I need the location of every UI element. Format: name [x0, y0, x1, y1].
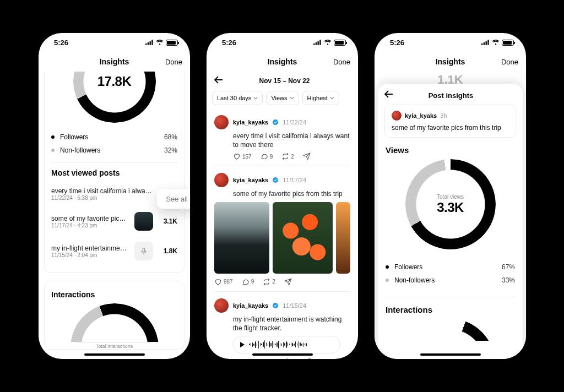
interactions-heading: Interactions — [51, 290, 177, 299]
heart-icon — [214, 278, 222, 286]
cellular-icon — [481, 40, 490, 45]
svg-rect-0 — [145, 43, 147, 45]
feed-item[interactable]: kyia_kayaks 11/17/24 some of my favorite… — [207, 168, 358, 288]
views-heading: Views — [386, 145, 515, 155]
cellular-icon — [313, 40, 322, 45]
photo-thumb[interactable] — [273, 202, 333, 274]
comment-icon — [261, 153, 268, 160]
page-title: Insights — [436, 57, 465, 66]
filter-chip-sort[interactable]: Highest — [302, 91, 339, 105]
repost-icon — [263, 278, 270, 286]
wifi-icon — [492, 40, 500, 45]
page-title: Insights — [268, 57, 297, 66]
username[interactable]: kyia_kayaks — [233, 119, 268, 126]
filter-chip-period[interactable]: Last 30 days — [212, 91, 263, 105]
like-button[interactable]: 157 — [233, 153, 252, 160]
waveform-icon — [249, 340, 307, 350]
chevron-down-icon — [253, 96, 258, 100]
phone-post-insights: 5:26 Insights Done 1.1K Post insights ky… — [375, 33, 526, 359]
home-indicator — [420, 353, 481, 356]
nav-bar: Insights Done — [207, 52, 358, 72]
comment-icon — [261, 358, 268, 359]
phone-posts-list: 5:26 Insights Done Nov 15 – Nov 22 Last … — [207, 33, 358, 359]
photo-thumb[interactable] — [214, 202, 269, 274]
legend-nonfollowers: Non-followers 33% — [386, 274, 515, 287]
comment-button[interactable]: 9 — [261, 153, 273, 160]
status-bar: 5:26 — [39, 33, 190, 52]
avatar — [392, 111, 402, 121]
verified-badge-icon — [273, 119, 278, 125]
legend-nonfollowers: Non-followers 32% — [51, 144, 177, 157]
photo-thumb[interactable] — [336, 202, 350, 274]
svg-rect-7 — [318, 41, 319, 45]
username[interactable]: kyia_kayaks — [233, 177, 268, 183]
svg-rect-3 — [151, 40, 153, 45]
svg-rect-6 — [316, 42, 317, 45]
interactions-card: Interactions Total interactions — [44, 281, 185, 350]
feed-item[interactable]: kyia_kayaks 11/22/24 every time i visit … — [207, 111, 358, 164]
clock: 5:26 — [54, 39, 68, 47]
legend-followers: Followers 67% — [386, 260, 515, 274]
avatar[interactable] — [214, 173, 229, 187]
username: kyia_kyaks — [405, 112, 437, 119]
mv-row[interactable]: some of my favorite pics from… 11/17/24 … — [51, 206, 177, 236]
status-bar: 5:26 — [375, 33, 526, 52]
battery-icon — [334, 40, 346, 46]
svg-rect-15 — [486, 41, 487, 45]
microphone-icon — [134, 242, 153, 260]
repost-icon — [281, 358, 289, 359]
chevron-down-icon — [330, 96, 334, 100]
legend-followers: Followers 68% — [51, 130, 177, 144]
send-icon — [284, 278, 292, 286]
post-insights-sheet: Post insights kyia_kyaks 3h some of my f… — [378, 84, 523, 359]
comment-button[interactable]: 9 — [242, 278, 254, 286]
like-button[interactable]: 157 — [233, 358, 252, 359]
comment-button[interactable]: 9 — [261, 358, 273, 359]
audio-player[interactable] — [233, 336, 340, 353]
repost-button[interactable]: 2 — [281, 358, 294, 359]
comment-icon — [242, 278, 250, 286]
svg-rect-2 — [150, 41, 151, 45]
share-button[interactable] — [284, 278, 292, 286]
home-indicator — [84, 353, 145, 356]
see-all-button[interactable]: See all — [157, 189, 190, 209]
avatar[interactable] — [214, 115, 229, 129]
share-button[interactable] — [303, 358, 311, 359]
heart-icon — [233, 358, 241, 359]
avatar[interactable] — [214, 298, 229, 313]
play-icon[interactable] — [240, 342, 245, 347]
like-button[interactable]: 987 — [214, 278, 233, 286]
svg-rect-13 — [481, 43, 482, 45]
repost-button[interactable]: 2 — [281, 153, 294, 160]
battery-icon — [166, 40, 178, 46]
wifi-icon — [156, 40, 164, 45]
interactions-heading: Interactions — [386, 305, 515, 314]
username[interactable]: kyia_kayaks — [233, 302, 268, 309]
share-button[interactable] — [303, 153, 311, 160]
filter-chip-metric[interactable]: Views — [266, 91, 299, 105]
svg-rect-1 — [148, 42, 149, 45]
wifi-icon — [324, 40, 332, 45]
page-title: Insights — [100, 57, 129, 66]
feed-item[interactable]: kyia_kayaks 11/15/24 my in-flight entert… — [207, 294, 358, 359]
done-button[interactable]: Done — [501, 58, 518, 66]
cellular-icon — [145, 40, 154, 45]
mv-row[interactable]: my in-flight entertainment is w… 11/15/2… — [51, 236, 177, 266]
verified-badge-icon — [273, 177, 278, 183]
done-button[interactable]: Done — [333, 58, 350, 66]
svg-rect-5 — [313, 43, 314, 45]
most-viewed-heading: Most viewed posts — [51, 168, 177, 177]
photo-carousel[interactable] — [214, 202, 350, 274]
clock: 5:26 — [390, 39, 404, 47]
date-range: Nov 15 – Nov 22 — [219, 77, 350, 85]
clock: 5:26 — [222, 39, 236, 47]
chevron-down-icon — [290, 96, 294, 100]
phone-insights-overview: 5:26 Insights Done 17.8K Followers 6 — [39, 33, 190, 359]
heart-icon — [233, 153, 241, 160]
send-icon — [303, 153, 311, 160]
views-card: 17.8K Followers 68% Non-followers 32% Mo… — [44, 72, 185, 273]
sheet-title: Post insights — [386, 91, 516, 100]
post-preview-card[interactable]: kyia_kyaks 3h some of my favorite pics f… — [384, 105, 516, 138]
done-button[interactable]: Done — [165, 58, 182, 66]
repost-button[interactable]: 2 — [263, 278, 275, 286]
